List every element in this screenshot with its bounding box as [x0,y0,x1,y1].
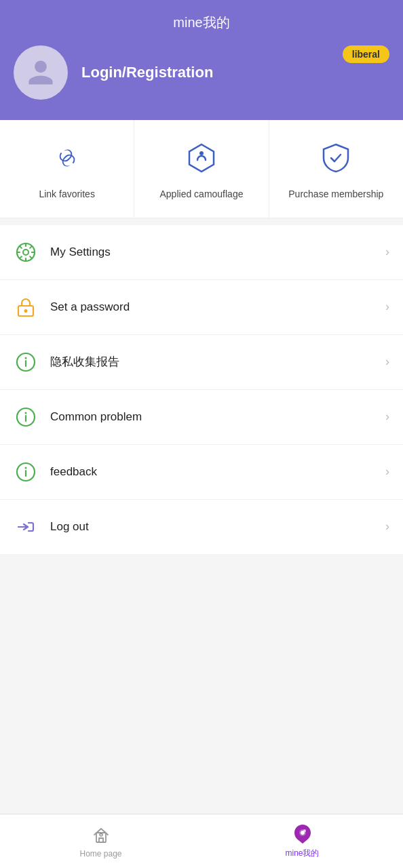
log-out-label: Log out [50,520,385,534]
user-avatar-icon [26,58,56,87]
logout-icon [14,515,38,539]
svg-point-12 [25,467,27,469]
home-nav-label: Home page [79,849,121,859]
header: mine我的 Login/Registration liberal [0,0,403,120]
purchase-membership-action[interactable]: Purchase membership [269,120,403,218]
svg-point-17 [303,829,306,832]
applied-camouflage-label: Applied camouflage [160,188,244,201]
chevron-right-icon: › [385,355,389,369]
chevron-right-icon: › [385,300,389,314]
home-icon [90,825,112,846]
svg-rect-14 [96,833,106,842]
link-favorites-action[interactable]: Link favorites [0,120,134,218]
shield-check-icon [317,139,355,177]
chevron-right-icon: › [385,519,389,534]
nav-home[interactable]: Home page [0,814,202,868]
settings-icon [14,240,38,264]
quick-actions-row: Link favorites Applied camouflage Purcha… [0,120,403,218]
feedback-icon [14,460,38,484]
avatar[interactable] [14,45,68,100]
link-favorites-icon [48,139,86,177]
password-icon [14,295,38,319]
page-title: mine我的 [14,0,389,45]
common-problem-item[interactable]: Common problem › [0,390,403,445]
purchase-membership-label: Purchase membership [288,188,383,201]
privacy-report-label: 隐私收集报告 [50,354,385,370]
user-row: Login/Registration liberal [14,45,389,100]
svg-point-6 [25,357,27,359]
login-registration-label[interactable]: Login/Registration [81,64,213,81]
set-password-label: Set a password [50,300,385,314]
menu-list: My Settings › Set a password › [0,225,403,554]
feedback-label: feedback [50,465,385,479]
svg-point-9 [25,412,27,414]
hex-camouflage-icon [183,139,220,177]
privacy-info-icon [14,350,38,374]
common-problem-label: Common problem [50,410,385,424]
bottom-nav: Home page mine我的 [0,814,403,868]
privacy-report-item[interactable]: 隐私收集报告 › [0,335,403,390]
chevron-right-icon: › [385,465,389,479]
nav-mine[interactable]: mine我的 [202,814,403,868]
mine-icon [292,823,313,845]
my-settings-label: My Settings [50,245,385,259]
chevron-right-icon: › [385,245,389,259]
mine-nav-label: mine我的 [285,848,319,859]
chevron-right-icon: › [385,410,389,424]
applied-camouflage-action[interactable]: Applied camouflage [134,120,269,218]
svg-point-1 [23,250,28,255]
my-settings-item[interactable]: My Settings › [0,225,403,280]
feedback-item[interactable]: feedback › [0,445,403,500]
link-favorites-label: Link favorites [39,188,94,201]
common-problem-icon [14,405,38,429]
liberal-badge: liberal [343,45,389,63]
set-password-item[interactable]: Set a password › [0,280,403,335]
log-out-item[interactable]: Log out › [0,500,403,554]
svg-point-3 [24,309,28,313]
